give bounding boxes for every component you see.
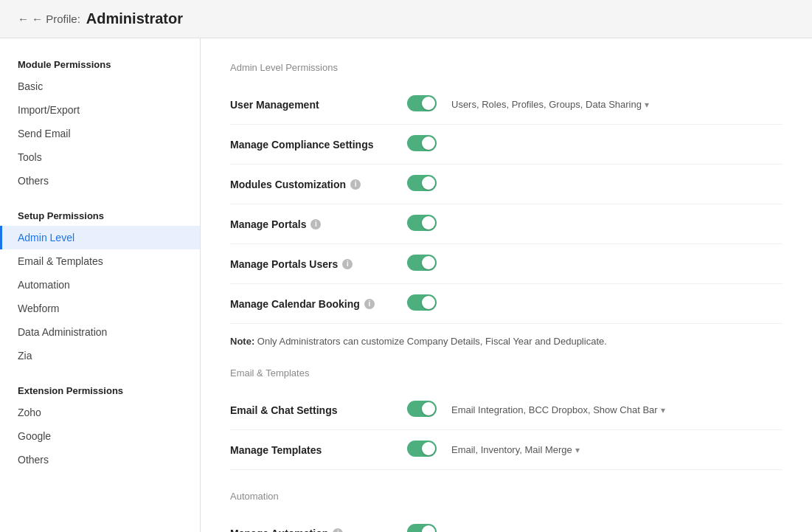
- chevron-icon-email-chat-settings[interactable]: ▾: [661, 405, 665, 415]
- sidebar-item-import-export[interactable]: Import/Export: [0, 98, 200, 122]
- chevron-icon-manage-templates[interactable]: ▾: [575, 445, 580, 455]
- toggle-user-management[interactable]: [407, 95, 437, 111]
- permission-row-manage-portals-users: Manage Portals Usersi: [230, 244, 782, 284]
- page-header: ← ← Profile: Administrator: [0, 0, 812, 38]
- sidebar-item-zoho[interactable]: Zoho: [0, 401, 200, 424]
- info-icon-manage-portals-users[interactable]: i: [342, 259, 353, 269]
- toggle-manage-calendar-booking[interactable]: [407, 294, 437, 311]
- toggle-email-chat-settings[interactable]: [407, 401, 437, 417]
- sidebar-item-basic[interactable]: Basic: [0, 75, 200, 98]
- toggle-container-manage-templates: [407, 441, 440, 459]
- permission-row-modules-customization: Modules Customizationi: [230, 165, 782, 204]
- setup-permissions-title: Setup Permissions: [0, 204, 200, 226]
- note-content: Only Administrators can customize Compan…: [254, 336, 607, 347]
- permission-row-manage-calendar-booking: Manage Calendar Bookingi: [230, 284, 782, 324]
- profile-name: Administrator: [86, 10, 183, 27]
- toggle-manage-templates[interactable]: [407, 441, 437, 457]
- permission-detail-email-chat-settings: Email Integration, BCC Dropbox, Show Cha…: [451, 404, 665, 415]
- sidebar-item-tools[interactable]: Tools: [0, 145, 200, 169]
- info-icon-manage-calendar-booking[interactable]: i: [364, 299, 375, 309]
- sidebar-item-zia[interactable]: Zia: [0, 344, 200, 367]
- permission-label-manage-automation: Manage Automationi: [230, 528, 407, 533]
- permission-label-email-chat-settings: Email & Chat Settings: [230, 404, 407, 416]
- toggle-container-email-chat-settings: [407, 401, 440, 419]
- toggle-manage-portals-users[interactable]: [407, 255, 437, 271]
- sidebar-item-others-module[interactable]: Others: [0, 169, 200, 193]
- permission-label-user-management: User Management: [230, 99, 407, 111]
- sidebar-item-webform[interactable]: Webform: [0, 297, 200, 320]
- toggle-manage-compliance[interactable]: [407, 135, 437, 151]
- sidebar-item-automation[interactable]: Automation: [0, 273, 200, 297]
- automation-section-header: Automation: [230, 491, 782, 502]
- note-label: Note:: [230, 336, 254, 347]
- permission-label-manage-calendar-booking: Manage Calendar Bookingi: [230, 298, 407, 310]
- permission-label-manage-compliance: Manage Compliance Settings: [230, 139, 407, 151]
- permission-detail-manage-templates: Email, Inventory, Mail Merge ▾: [451, 444, 580, 455]
- sidebar-item-google[interactable]: Google: [0, 424, 200, 448]
- permission-label-modules-customization: Modules Customizationi: [230, 179, 407, 190]
- module-permissions-title: Module Permissions: [0, 53, 200, 75]
- sidebar-item-admin-level[interactable]: Admin Level: [0, 226, 200, 249]
- toggle-container-user-management: [407, 95, 440, 114]
- back-button[interactable]: ← ← Profile:: [18, 13, 80, 25]
- toggle-container-manage-compliance: [407, 135, 440, 153]
- toggle-container-manage-calendar-booking: [407, 294, 440, 313]
- permission-label-manage-portals: Manage Portalsi: [230, 218, 407, 230]
- permission-row-manage-compliance: Manage Compliance Settings: [230, 125, 782, 165]
- sidebar: Module Permissions BasicImport/ExportSen…: [0, 38, 201, 532]
- permission-row-user-management: User ManagementUsers, Roles, Profiles, G…: [230, 85, 782, 125]
- back-arrow-icon: ←: [18, 13, 29, 25]
- profile-label: ← Profile:: [32, 13, 80, 25]
- admin-section-header: Admin Level Permissions: [230, 62, 782, 73]
- permission-row-email-chat-settings: Email & Chat SettingsEmail Integration, …: [230, 390, 782, 430]
- sidebar-item-data-administration[interactable]: Data Administration: [0, 320, 200, 344]
- sidebar-item-email-templates[interactable]: Email & Templates: [0, 249, 200, 273]
- permission-row-manage-templates: Manage TemplatesEmail, Inventory, Mail M…: [230, 430, 782, 470]
- toggle-container-modules-customization: [407, 175, 440, 193]
- sidebar-item-others-ext[interactable]: Others: [0, 448, 200, 471]
- info-icon-modules-customization[interactable]: i: [350, 179, 361, 190]
- info-icon-manage-portals[interactable]: i: [310, 219, 321, 229]
- extension-permissions-title: Extension Permissions: [0, 379, 200, 401]
- toggle-modules-customization[interactable]: [407, 175, 437, 191]
- toggle-container-manage-portals: [407, 215, 440, 233]
- chevron-icon-user-management[interactable]: ▾: [645, 100, 649, 110]
- info-icon-manage-automation[interactable]: i: [333, 528, 343, 533]
- permission-row-manage-portals: Manage Portalsi: [230, 204, 782, 244]
- permission-detail-user-management: Users, Roles, Profiles, Groups, Data Sha…: [451, 99, 649, 110]
- toggle-container-manage-automation: [407, 524, 440, 532]
- permission-label-manage-portals-users: Manage Portals Usersi: [230, 258, 407, 270]
- main-content: Admin Level Permissions User ManagementU…: [201, 38, 812, 532]
- sidebar-item-send-email[interactable]: Send Email: [0, 122, 200, 145]
- permission-row-manage-automation: Manage Automationi: [230, 514, 782, 532]
- admin-note: Note: Only Administrators can customize …: [230, 336, 782, 347]
- email-section-header: Email & Templates: [230, 367, 782, 379]
- toggle-manage-portals[interactable]: [407, 215, 437, 231]
- main-layout: Module Permissions BasicImport/ExportSen…: [0, 38, 812, 532]
- permission-label-manage-templates: Manage Templates: [230, 444, 407, 456]
- toggle-container-manage-portals-users: [407, 255, 440, 273]
- toggle-manage-automation[interactable]: [407, 524, 437, 532]
